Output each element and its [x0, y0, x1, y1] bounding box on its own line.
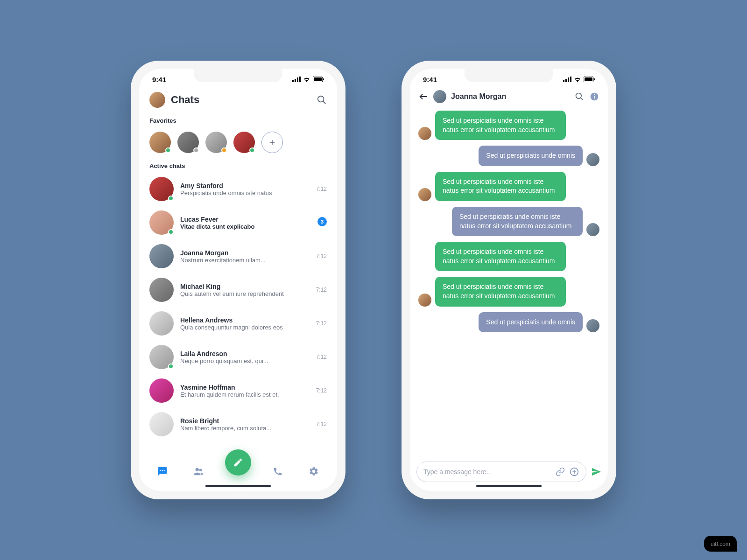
svg-rect-6	[323, 78, 324, 80]
chat-row[interactable]: Laila Andreson Neque porro quisquam est,…	[139, 340, 337, 374]
status-time: 9:41	[152, 76, 166, 84]
chat-time: 7:12	[316, 320, 327, 327]
svg-rect-5	[314, 77, 322, 81]
chat-list: Amy Stanford Perspiciatis unde omnis ist…	[139, 172, 337, 461]
chat-avatar	[149, 278, 174, 302]
svg-rect-16	[563, 80, 564, 82]
chat-preview: Perspiciatis unde omnis iste natus	[180, 189, 310, 196]
home-indicator[interactable]	[205, 485, 271, 487]
page-title: Chats	[171, 94, 311, 106]
signal-icon	[292, 76, 301, 84]
favorite-avatar[interactable]	[205, 132, 227, 153]
svg-point-14	[195, 468, 198, 471]
svg-point-12	[162, 470, 163, 471]
svg-point-15	[199, 469, 202, 472]
send-button[interactable]	[591, 467, 601, 477]
svg-point-11	[160, 470, 161, 471]
chat-name: Amy Stanford	[180, 182, 310, 189]
svg-rect-18	[568, 77, 569, 82]
chat-row[interactable]: Yasmine Hoffman Et harum quidem rerum fa…	[139, 374, 337, 407]
search-icon[interactable]	[574, 91, 585, 102]
chat-name: Joanna Morgan	[180, 249, 310, 257]
chat-time: 7:12	[316, 253, 327, 259]
svg-point-28	[594, 94, 595, 95]
chat-row[interactable]: Rosie Bright Nam libero tempore, cum sol…	[139, 407, 337, 441]
message-bubble[interactable]: Sed ut perspiciatis unde omnis iste natu…	[452, 207, 583, 236]
notch	[194, 69, 282, 82]
chat-name: Hellena Andrews	[180, 316, 310, 324]
phone-chats: 9:41 Chats Favorites Active chats Amy St…	[131, 61, 345, 499]
svg-point-13	[164, 470, 165, 471]
message-row: Sed ut perspiciatis unde omnis iste natu…	[418, 172, 599, 201]
back-icon[interactable]	[418, 91, 429, 102]
chat-preview: Nostrum exercitationem ullam...	[180, 257, 310, 264]
chat-avatar	[149, 412, 174, 436]
phone-conversation: 9:41 Joanna Morgan Sed ut perspiciatis u…	[402, 61, 616, 499]
link-icon[interactable]	[555, 467, 565, 477]
compose-fab[interactable]	[225, 449, 251, 476]
info-icon[interactable]	[589, 91, 599, 102]
message-input[interactable]	[423, 468, 551, 476]
message-list: Sed ut perspiciatis unde omnis iste natu…	[410, 108, 608, 457]
svg-rect-22	[594, 78, 595, 80]
message-bubble[interactable]: Sed ut perspiciatis unde omnis	[479, 312, 583, 333]
tab-bar	[139, 461, 337, 485]
chat-avatar	[149, 244, 174, 268]
svg-rect-17	[565, 79, 567, 82]
favorites-label: Favorites	[139, 114, 337, 127]
chat-preview: Nam libero tempore, cum soluta...	[180, 425, 310, 432]
message-row: Sed ut perspiciatis unde omnis iste natu…	[418, 277, 599, 306]
svg-rect-1	[295, 79, 296, 82]
chat-preview: Quia consequuntur magni dolores eos	[180, 324, 310, 331]
battery-icon	[313, 76, 324, 84]
message-bubble[interactable]: Sed ut perspiciatis unde omnis iste natu…	[435, 277, 566, 306]
chat-time: 7:12	[316, 421, 327, 427]
wifi-icon	[303, 76, 310, 84]
favorite-avatar[interactable]	[177, 132, 199, 153]
chat-preview: Neque porro quisquam est, qui...	[180, 357, 310, 364]
message-composer[interactable]	[416, 462, 586, 482]
add-favorite-button[interactable]	[261, 132, 283, 153]
conversation-title: Joanna Morgan	[451, 92, 570, 101]
svg-point-7	[318, 96, 324, 102]
message-row: Sed ut perspiciatis unde omnis iste natu…	[418, 207, 599, 236]
profile-avatar[interactable]	[149, 92, 165, 108]
message-row: Sed ut perspiciatis unde omnis iste natu…	[418, 242, 599, 271]
message-bubble[interactable]: Sed ut perspiciatis unde omnis iste natu…	[435, 242, 566, 271]
chat-time: 7:12	[316, 186, 327, 192]
message-row: Sed ut perspiciatis unde omnis iste natu…	[418, 111, 599, 140]
tab-chats-icon[interactable]	[157, 466, 168, 476]
chat-avatar	[149, 378, 174, 403]
message-bubble[interactable]: Sed ut perspiciatis unde omnis iste natu…	[435, 111, 566, 140]
message-bubble[interactable]: Sed ut perspiciatis unde omnis iste natu…	[435, 172, 566, 201]
chat-row[interactable]: Hellena Andrews Quia consequuntur magni …	[139, 307, 337, 340]
add-icon[interactable]	[569, 467, 579, 477]
svg-rect-27	[594, 96, 595, 98]
chat-avatar	[149, 311, 174, 336]
home-indicator[interactable]	[476, 485, 542, 487]
tab-contacts-icon[interactable]	[193, 466, 204, 476]
signal-icon	[563, 76, 571, 84]
message-avatar	[418, 294, 431, 307]
svg-point-24	[576, 93, 582, 99]
chat-row[interactable]: Joanna Morgan Nostrum exercitationem ull…	[139, 239, 337, 273]
chat-row[interactable]: Lucas Fever Vitae dicta sunt explicabo 3	[139, 206, 337, 239]
svg-line-25	[581, 98, 583, 100]
wifi-icon	[574, 76, 581, 84]
message-bubble[interactable]: Sed ut perspiciatis unde omnis	[479, 146, 583, 166]
unread-badge: 3	[317, 217, 327, 226]
chat-row[interactable]: Amy Stanford Perspiciatis unde omnis ist…	[139, 172, 337, 206]
chat-preview: Vitae dicta sunt explicabo	[180, 223, 311, 230]
favorite-avatar[interactable]	[149, 132, 171, 153]
chat-time: 7:12	[316, 354, 327, 360]
chat-name: Michael King	[180, 283, 310, 290]
favorite-avatar[interactable]	[233, 132, 255, 153]
tab-calls-icon[interactable]	[273, 466, 283, 476]
tab-settings-icon[interactable]	[309, 466, 319, 476]
favorites-row	[139, 127, 337, 160]
contact-avatar[interactable]	[433, 90, 446, 103]
search-icon[interactable]	[317, 95, 327, 105]
svg-rect-21	[585, 77, 592, 81]
chat-row[interactable]: Michael King Quis autem vel eum iure rep…	[139, 273, 337, 307]
chat-name: Lucas Fever	[180, 216, 311, 223]
